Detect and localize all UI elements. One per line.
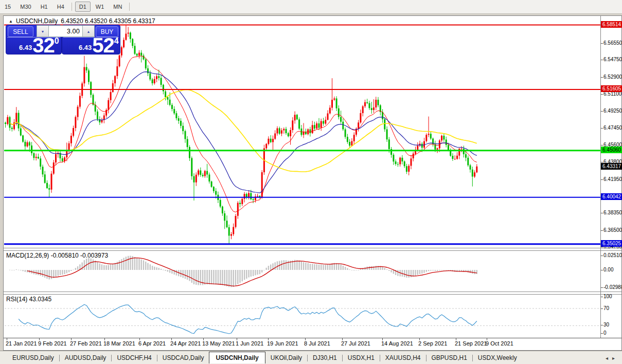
- tab-eurusd-daily[interactable]: EURUSD,Daily: [7, 352, 59, 363]
- date-label: 21 Sep 2021: [455, 340, 487, 347]
- tab-dj30-h1[interactable]: DJ30,H1: [308, 352, 342, 363]
- timeframe-item-m30[interactable]: M30: [16, 2, 35, 12]
- price-tick-mark: [601, 230, 603, 231]
- macd-tick-label: 0.00: [603, 267, 622, 272]
- candle-bodies: [5, 33, 477, 236]
- rsi-tick-label: 100: [603, 294, 622, 299]
- macd-label: MACD(12,26,9) -0.005810 -0.003973: [6, 252, 108, 259]
- chart-tabs: EURUSD,DailyAUDUSD,DailyUSDCHF,H4USDCAD,…: [0, 351, 622, 364]
- volume-spinner: ▼ ▲: [37, 25, 95, 37]
- price-tick-label: 6.56550: [603, 40, 622, 46]
- ma-fast-line: [10, 56, 477, 212]
- macd-tick-label: 0.025108: [603, 252, 622, 258]
- rsi-panel[interactable]: [4, 295, 600, 338]
- price-badge-6.43317: 6.43317: [601, 163, 622, 170]
- tab-usdcnh-daily[interactable]: USDCNH,Daily: [209, 352, 265, 363]
- tab-xauusd-h4[interactable]: XAUUSD,H4: [380, 352, 426, 363]
- timeframe-item-mn[interactable]: MN: [109, 2, 126, 12]
- timeframe-item-d1[interactable]: D1: [75, 2, 91, 12]
- chart-symbol-label: USDCNH,Daily: [16, 17, 58, 25]
- price-tick-label: 6.49250: [603, 108, 622, 114]
- tab-usdx-weekly[interactable]: USDX,Weekly: [473, 352, 522, 363]
- volume-decrease-button[interactable]: ▼: [37, 25, 49, 37]
- price-badge-6.51605: 6.51605: [601, 85, 622, 92]
- volume-increase-button[interactable]: ▲: [82, 25, 95, 37]
- timeframe-item-15[interactable]: 15: [1, 2, 15, 12]
- volume-input[interactable]: [49, 25, 82, 37]
- sell-button[interactable]: SELL: [8, 26, 33, 37]
- tab-audusd-daily[interactable]: AUDUSD,Daily: [60, 352, 112, 363]
- buy-price-big: 52: [92, 38, 114, 53]
- sell-price-pip: 0: [55, 37, 59, 46]
- down-candle-bodies: [5, 33, 473, 236]
- date-label: 18 Mar 2021: [103, 340, 135, 347]
- tab-usdcad-daily[interactable]: USDCAD,Daily: [157, 352, 209, 363]
- tab-ukoil-daily[interactable]: UKOil,Daily: [265, 352, 307, 363]
- rsi-line: [19, 304, 477, 334]
- buy-price-prefix: 6.43: [79, 44, 92, 51]
- buy-price-display[interactable]: 6.43524: [79, 38, 119, 53]
- date-axis[interactable]: 21 Jan 20219 Feb 202127 Feb 202118 Mar 2…: [4, 338, 621, 350]
- chart-ohlc-values: 6.43520 6.43520 6.43305 6.43317: [61, 17, 155, 25]
- tab-usdx-h1[interactable]: USDX,H1: [343, 352, 380, 363]
- macd-tick-mark: [601, 270, 603, 270]
- buy-price-pip: 4: [114, 37, 119, 46]
- date-label: 21 Jan 2021: [6, 340, 37, 347]
- price-tick-mark: [601, 60, 603, 60]
- chart-title: ▲ USDCNH,Daily 6.43520 6.43520 6.43305 6…: [9, 17, 155, 25]
- price-tick-mark: [601, 43, 603, 44]
- price-axis-border: [600, 16, 601, 338]
- price-tick-label: 6.41950: [603, 176, 622, 182]
- rsi-tick-mark: [601, 333, 603, 334]
- date-label: 19 Jun 2021: [267, 340, 298, 347]
- sell-price-display[interactable]: 6.43320: [19, 38, 59, 53]
- timeframe-toolbar: 15M30H1H4D1W1MN: [0, 0, 622, 14]
- rsi-tick-label: 30: [603, 322, 622, 327]
- date-label: 24 Apr 2021: [170, 340, 201, 347]
- chart-window: ▲ USDCNH,Daily 6.43520 6.43520 6.43305 6…: [3, 15, 622, 351]
- price-tick-mark: [601, 247, 603, 247]
- candle-wicks: [6, 25, 477, 244]
- toolbar-separator: [129, 3, 130, 11]
- tab-gbpusd-h1[interactable]: GBPUSD,H1: [426, 352, 472, 363]
- tab-usdchf-h4[interactable]: USDCHF,H4: [112, 352, 156, 363]
- tab-scroll-buttons: ◂▸: [606, 355, 622, 361]
- price-tick-label: 6.36500: [603, 227, 622, 233]
- date-label: 27 Feb 2021: [70, 340, 102, 347]
- rsi-tick-mark: [601, 297, 603, 297]
- tab-scroll-right-icon[interactable]: ▸: [612, 355, 615, 361]
- candlestick-chart[interactable]: [4, 24, 600, 248]
- date-label: 13 May 2021: [202, 340, 235, 347]
- rsi-tick-mark: [601, 325, 603, 325]
- price-tick-mark: [601, 94, 603, 95]
- rsi-label: RSI(14) 43.0345: [6, 296, 51, 303]
- rsi-tick-label: 0: [603, 330, 622, 336]
- price-tick-label: 6.54750: [603, 57, 622, 62]
- price-badge-6.45060: 6.45060: [601, 147, 622, 153]
- timeframe-item-w1[interactable]: W1: [92, 2, 109, 12]
- timeframe-item-h1[interactable]: H1: [37, 2, 52, 12]
- price-tick-label: 6.52900: [603, 74, 622, 80]
- up-arrow-icon: ▲: [87, 30, 91, 33]
- price-tick-label: 6.47450: [603, 125, 622, 131]
- tab-scroll-left-icon[interactable]: ◂: [606, 355, 608, 361]
- price-tick-mark: [601, 111, 603, 112]
- date-label: 9 Feb 2021: [38, 340, 67, 347]
- collapse-icon[interactable]: ▲: [9, 19, 13, 24]
- rsi-tick-mark: [601, 308, 603, 309]
- timeframe-item-h4[interactable]: H4: [53, 2, 68, 12]
- price-badge-6.35025: 6.35025: [601, 240, 622, 247]
- price-tick-label: 6.38350: [603, 210, 622, 215]
- price-badge-6.58514: 6.58514: [601, 21, 622, 28]
- price-badge-6.40042: 6.40042: [601, 193, 622, 200]
- rsi-tick-label: 70: [603, 305, 622, 311]
- date-label: 27 Jul 2021: [341, 340, 370, 347]
- date-label: 6 Apr 2021: [138, 340, 166, 347]
- sell-price-prefix: 6.43: [19, 44, 32, 51]
- date-label: 14 Aug 2021: [381, 340, 413, 347]
- macd-tick-label: -0.02988: [603, 284, 622, 290]
- date-label: 2 Sep 2021: [418, 340, 447, 347]
- macd-tick-mark: [601, 287, 603, 288]
- up-candle-wicks: [8, 25, 477, 240]
- macd-histogram: [9, 256, 477, 287]
